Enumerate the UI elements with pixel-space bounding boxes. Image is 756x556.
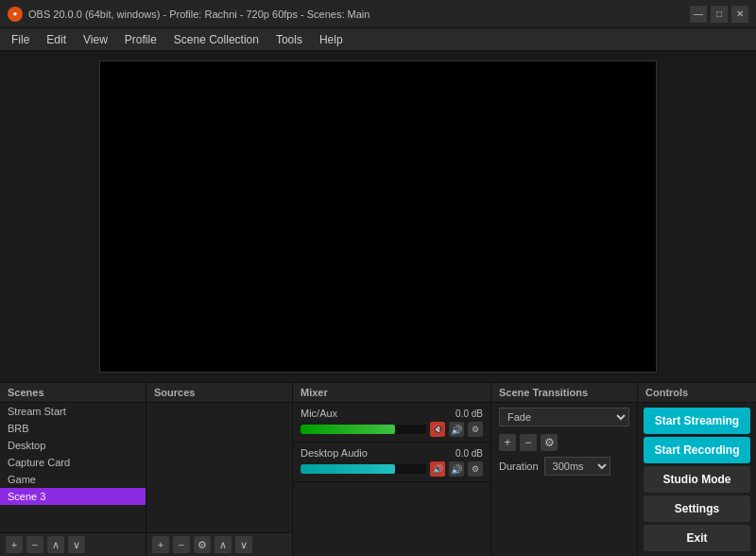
sources-list [146, 403, 292, 532]
sources-down-button[interactable]: ∨ [235, 536, 252, 553]
studio-mode-button[interactable]: Studio Mode [644, 466, 750, 493]
minimize-button[interactable]: — [690, 6, 707, 23]
transitions-panel: Scene Transitions FadeCutSwipeSlide + − … [491, 383, 638, 556]
mixer-panel: Mixer Mic/Aux 0.0 dB 🔇 🔊 ⚙ Desktop Audio… [293, 383, 491, 556]
transition-controls: + − ⚙ [491, 431, 637, 454]
scenes-panel: Scenes Stream StartBRBDesktopCapture Car… [0, 383, 146, 556]
panels-row: Scenes Stream StartBRBDesktopCapture Car… [0, 382, 756, 556]
scenes-down-button[interactable]: ∨ [68, 536, 85, 553]
duration-label: Duration [499, 460, 539, 472]
scene-item[interactable]: Scene 3 [0, 488, 146, 505]
menu-item-file[interactable]: File [4, 30, 37, 49]
controls-buttons: Start StreamingStart RecordingStudio Mod… [638, 403, 756, 556]
transition-add-button[interactable]: + [499, 434, 516, 451]
channel-name: Mic/Aux [301, 408, 337, 419]
transitions-content: FadeCutSwipeSlide + − ⚙ Duration 300ms50… [491, 403, 637, 556]
scene-item[interactable]: Capture Card [0, 454, 146, 471]
scenes-panel-header: Scenes [0, 383, 146, 403]
preview-canvas [99, 61, 657, 373]
title-bar: ● OBS 20.0.0 (64bit, windows) - Profile:… [0, 0, 756, 28]
sources-panel-header: Sources [146, 383, 292, 403]
mixer-controls: 🔇 🔊 ⚙ [301, 422, 483, 437]
scenes-panel-footer: + − ∧ ∨ [0, 532, 146, 556]
close-button[interactable]: ✕ [731, 6, 748, 23]
channel-name: Desktop Audio [301, 447, 368, 459]
duration-select[interactable]: 300ms500ms1000ms [544, 457, 610, 476]
window-controls: — □ ✕ [690, 6, 748, 23]
mixer-panel-header: Mixer [293, 383, 490, 403]
channel-db: 0.0 dB [455, 448, 483, 459]
menu-item-view[interactable]: View [76, 30, 115, 49]
mixer-channel-1: Desktop Audio 0.0 dB 🔊 🔊 ⚙ [293, 443, 490, 482]
vol-button[interactable]: 🔊 [449, 461, 464, 477]
channel-settings-button[interactable]: ⚙ [468, 461, 483, 477]
mute-button[interactable]: 🔇 [430, 422, 445, 437]
app-icon: ● [8, 7, 23, 22]
title-bar-left: ● OBS 20.0.0 (64bit, windows) - Profile:… [8, 7, 369, 22]
scenes-up-button[interactable]: ∧ [47, 536, 64, 553]
menu-item-edit[interactable]: Edit [39, 30, 74, 49]
mixer-channels: Mic/Aux 0.0 dB 🔇 🔊 ⚙ Desktop Audio 0.0 d… [293, 403, 490, 556]
menu-item-tools[interactable]: Tools [268, 30, 310, 49]
sources-panel: Sources + − ⚙ ∧ ∨ [146, 383, 293, 556]
fader-fill [301, 425, 395, 434]
start-recording-button[interactable]: Start Recording [644, 437, 750, 463]
fader-fill [301, 464, 395, 474]
transition-type-select[interactable]: FadeCutSwipeSlide [499, 408, 629, 426]
mixer-channel-top: Desktop Audio 0.0 dB [301, 447, 483, 459]
transitions-panel-header: Scene Transitions [491, 383, 637, 403]
scene-item[interactable]: Game [0, 471, 146, 488]
bottom-panel: Scenes Stream StartBRBDesktopCapture Car… [0, 382, 756, 555]
menu-item-help[interactable]: Help [312, 30, 351, 49]
sources-up-button[interactable]: ∧ [215, 536, 232, 553]
scenes-list: Stream StartBRBDesktopCapture CardGameSc… [0, 403, 146, 532]
fader-container[interactable] [301, 425, 426, 434]
transition-properties-button[interactable]: ⚙ [541, 434, 558, 451]
menu-item-profile[interactable]: Profile [117, 30, 164, 49]
duration-row: Duration 300ms500ms1000ms [491, 454, 637, 478]
title-text: OBS 20.0.0 (64bit, windows) - Profile: R… [28, 9, 369, 20]
transition-remove-button[interactable]: − [520, 434, 537, 451]
sources-panel-footer: + − ⚙ ∧ ∨ [146, 532, 292, 556]
sources-add-button[interactable]: + [152, 536, 169, 553]
exit-button[interactable]: Exit [644, 525, 750, 551]
start-streaming-button[interactable]: Start Streaming [644, 408, 750, 434]
channel-settings-button[interactable]: ⚙ [468, 422, 483, 437]
channel-db: 0.0 dB [455, 408, 483, 419]
transition-type-row: FadeCutSwipeSlide [491, 403, 637, 431]
menu-bar: FileEditViewProfileScene CollectionTools… [0, 28, 756, 51]
scene-item[interactable]: Desktop [0, 437, 146, 454]
fader-container[interactable] [301, 464, 426, 474]
scenes-remove-button[interactable]: − [26, 536, 43, 553]
mixer-channel-top: Mic/Aux 0.0 dB [301, 408, 483, 419]
scene-item[interactable]: BRB [0, 420, 146, 437]
menu-item-scene-collection[interactable]: Scene Collection [166, 30, 266, 49]
mixer-channel-0: Mic/Aux 0.0 dB 🔇 🔊 ⚙ [293, 403, 490, 443]
mixer-controls: 🔊 🔊 ⚙ [301, 461, 483, 477]
settings-button[interactable]: Settings [644, 495, 750, 522]
scenes-add-button[interactable]: + [6, 536, 23, 553]
controls-panel-header: Controls [638, 383, 756, 403]
vol-button[interactable]: 🔊 [449, 422, 464, 437]
scene-item[interactable]: Stream Start [0, 403, 146, 420]
sources-remove-button[interactable]: − [173, 536, 190, 553]
controls-panel: Controls Start StreamingStart RecordingS… [638, 383, 756, 556]
sources-properties-button[interactable]: ⚙ [194, 536, 211, 553]
maximize-button[interactable]: □ [711, 6, 728, 23]
preview-area [0, 51, 756, 382]
mute-button[interactable]: 🔊 [430, 461, 445, 477]
